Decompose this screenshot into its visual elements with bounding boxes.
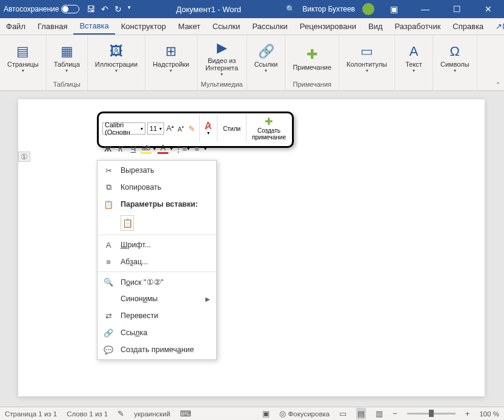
ctx-link[interactable]: 🔗Ссылка — [98, 324, 216, 341]
print-layout-icon[interactable]: ▤ — [356, 408, 366, 419]
copy-icon: ⧉ — [104, 182, 113, 192]
symbols-button[interactable]: ΩСимволы▾ — [437, 41, 473, 76]
zoom-level[interactable]: 100 % — [479, 410, 499, 418]
new-comment-button[interactable]: ✚Создатьпримечание — [250, 116, 288, 141]
header-icon: ▭ — [360, 44, 373, 59]
undo-icon[interactable]: ↶ — [101, 4, 108, 14]
ctx-new-comment[interactable]: 💬Создать примечание — [98, 341, 216, 358]
ctx-cut[interactable]: ✂Вырезать — [98, 162, 216, 179]
highlight-button[interactable]: ab — [141, 143, 151, 154]
table-button[interactable]: ▦Таблица▾ — [50, 41, 84, 76]
zoom-in-button[interactable]: + — [465, 409, 470, 418]
ctx-font[interactable]: AШрифт... — [98, 236, 216, 253]
accessibility-icon[interactable]: ⌨ — [180, 409, 191, 418]
web-layout-icon[interactable]: ▥ — [376, 409, 383, 418]
tab-layout[interactable]: Макет — [172, 18, 207, 35]
tab-review[interactable]: Рецензировани — [294, 18, 362, 35]
italic-button[interactable]: К — [115, 144, 126, 153]
table-label: Таблица — [54, 61, 80, 68]
maximize-icon[interactable]: ☐ — [445, 4, 469, 14]
bullets-icon[interactable]: ⋮≡ — [174, 144, 185, 153]
highlight-dropdown-icon[interactable]: ▾ — [153, 146, 156, 152]
illustrations-button[interactable]: 🖼Иллюстрации▾ — [91, 41, 141, 76]
close-icon[interactable]: ✕ — [476, 4, 500, 14]
font-combo[interactable]: Calibri (Основн▾ — [102, 122, 145, 135]
title-bar: Автосохранение 🖫 ↶ ↻ ▾ Документ1 - Word … — [0, 0, 504, 18]
comment-button[interactable]: ✚Примечание — [289, 44, 335, 73]
headerfooter-button[interactable]: ▭Колонтитулы▾ — [343, 41, 391, 76]
ctx-synonyms[interactable]: Синонимы▶ — [98, 290, 216, 307]
tab-home[interactable]: Главная — [31, 18, 73, 35]
ctx-paragraph[interactable]: ≡Абзац... — [98, 253, 216, 270]
numbering-icon[interactable]: ≡ — [191, 144, 202, 153]
shrink-font-icon[interactable]: A▾ — [176, 125, 185, 133]
language-indicator[interactable]: украинский — [134, 410, 170, 418]
font-dialog-icon: A — [104, 241, 113, 250]
tab-mailings[interactable]: Рассылки — [246, 18, 293, 35]
font-value: Calibri (Основн — [105, 121, 141, 136]
tab-file[interactable]: Файл — [0, 18, 31, 35]
tab-view[interactable]: Вид — [362, 18, 389, 35]
font-size-value: 11 — [150, 125, 157, 132]
clear-format-icon: A̷ — [205, 121, 211, 132]
underline-button[interactable]: Ч — [128, 144, 139, 153]
document-page[interactable]: ① Calibri (Основн▾ 11▾ A▴ A▾ ✎ A̷▾ Стили… — [18, 99, 485, 396]
styles-button[interactable]: Стили — [220, 125, 243, 132]
clear-format-button[interactable]: A̷▾ — [202, 121, 214, 136]
font-size-combo[interactable]: 11▾ — [147, 122, 164, 135]
word-count[interactable]: Слово 1 из 1 — [67, 410, 108, 418]
format-painter-icon[interactable]: ✎ — [187, 124, 196, 133]
ctx-search-label: Поиск "①②" — [121, 278, 164, 287]
tab-insert[interactable]: Вставка — [73, 18, 114, 35]
spellcheck-icon[interactable]: ✎ — [118, 409, 124, 418]
bold-button[interactable]: Ж — [102, 144, 113, 153]
minimize-icon[interactable]: — — [413, 4, 437, 14]
tab-references[interactable]: Ссылки — [207, 18, 247, 35]
clipboard-icon: 📋 — [104, 200, 113, 209]
zoom-out-button[interactable]: − — [393, 409, 397, 418]
ctx-copy-label: Копировать — [121, 183, 161, 192]
save-icon[interactable]: 🖫 — [87, 4, 95, 14]
text-button[interactable]: AТекст▾ — [399, 41, 429, 76]
addins-button[interactable]: ⊞Надстройки▾ — [149, 41, 193, 76]
addins-icon: ⊞ — [165, 44, 176, 59]
user-avatar-icon[interactable] — [362, 3, 374, 15]
tab-help[interactable]: Справка — [446, 18, 489, 35]
symbol-icon: Ω — [450, 44, 460, 59]
font-color-button[interactable]: А — [158, 143, 168, 154]
grow-font-icon[interactable]: A▴ — [166, 124, 175, 133]
zoom-slider[interactable] — [407, 413, 456, 415]
read-mode-icon[interactable]: ▭ — [339, 409, 346, 418]
document-title: Документ1 - Word — [131, 5, 286, 14]
paste-default-icon[interactable]: 📋 — [121, 215, 134, 231]
ctx-font-label: Шрифт... — [121, 241, 151, 249]
ctx-copy[interactable]: ⧉Копировать — [98, 179, 216, 196]
online-video-button[interactable]: ▶Видео из Интернета▾ — [201, 38, 242, 79]
ctx-syn-label: Синонимы — [121, 295, 158, 303]
bullets-dropdown-icon[interactable]: ▾ — [187, 146, 190, 152]
ribbon-display-icon[interactable]: ▣ — [382, 4, 406, 14]
search-icon[interactable]: 🔍 — [286, 5, 295, 13]
collapse-ribbon-icon[interactable]: ⌃ — [496, 81, 500, 88]
focus-mode-button[interactable]: ◎ Фокусировка — [279, 409, 330, 418]
links-button[interactable]: 🔗Ссылки▾ — [251, 41, 282, 76]
ctx-search[interactable]: 🔍Поиск "①②" — [98, 273, 216, 290]
autosave-toggle-icon[interactable] — [61, 5, 79, 13]
ribbon: ▤Страницы▾ ▦Таблица▾ Таблицы 🖼Иллюстраци… — [0, 35, 504, 91]
display-settings-icon[interactable]: ▣ — [262, 409, 270, 418]
user-name[interactable]: Виктор Бухтеев — [302, 5, 355, 13]
comment-l2: примечание — [252, 134, 286, 141]
ctx-translate[interactable]: ⇄Перевести — [98, 307, 216, 324]
pages-button[interactable]: ▤Страницы▾ — [4, 41, 42, 76]
pages-label: Страницы — [7, 61, 39, 68]
share-button[interactable]: ↗ Поделиться — [489, 18, 504, 35]
autosave-control[interactable]: Автосохранение — [4, 5, 79, 13]
ctx-link-label: Ссылка — [121, 328, 147, 337]
numbering-dropdown-icon[interactable]: ▾ — [204, 146, 207, 152]
redo-icon[interactable]: ↻ — [114, 4, 122, 14]
tab-design[interactable]: Конструктор — [115, 18, 172, 35]
tab-developer[interactable]: Разработчик — [389, 18, 447, 35]
font-color-dropdown-icon[interactable]: ▾ — [170, 146, 173, 152]
page-indicator[interactable]: Страница 1 из 1 — [5, 410, 57, 418]
autosave-label: Автосохранение — [4, 5, 59, 13]
